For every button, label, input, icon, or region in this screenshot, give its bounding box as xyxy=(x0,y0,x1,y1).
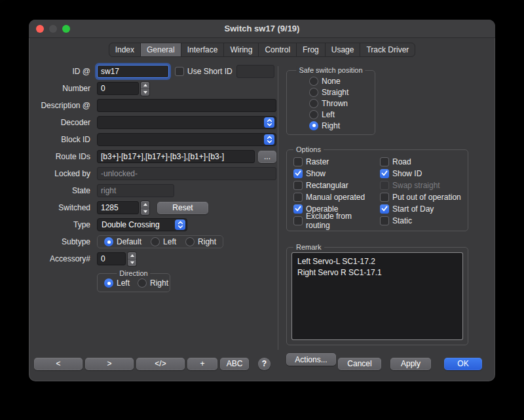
stepper-down-icon[interactable] xyxy=(141,89,149,96)
checkbox-label: Start of Day xyxy=(392,204,434,214)
safe-position-right-radio[interactable]: Right xyxy=(309,121,372,130)
number-stepper[interactable] xyxy=(141,82,149,96)
checkbox-exclude-from-routing[interactable]: Exclude from routing xyxy=(293,216,377,225)
checkbox-label: Manual operated xyxy=(306,193,365,202)
description-label: Description @ xyxy=(33,101,90,110)
state-input xyxy=(97,184,174,197)
route-ids-row: Route IDs ... xyxy=(33,150,276,163)
left-form-column: ID @ Use Short ID Number De xyxy=(33,65,276,353)
id-input[interactable] xyxy=(97,65,169,78)
subtype-left-radio[interactable]: Left xyxy=(151,237,176,246)
type-value: Double Crossing xyxy=(98,220,175,229)
checkbox-static[interactable]: Static xyxy=(380,216,464,225)
state-row: State xyxy=(33,184,276,197)
direction-right-radio[interactable]: Right xyxy=(138,278,168,288)
decoder-label: Decoder xyxy=(33,118,90,127)
tab-general[interactable]: General xyxy=(141,43,181,56)
radio-label: Left xyxy=(163,237,176,246)
block-id-dropdown[interactable] xyxy=(97,133,276,146)
checkbox-icon xyxy=(380,193,389,202)
stepper-down-icon[interactable] xyxy=(128,259,136,266)
cancel-button[interactable]: Cancel xyxy=(338,358,381,370)
help-button[interactable]: ? xyxy=(258,358,271,370)
radio-icon xyxy=(309,77,318,86)
safe-switch-position-groupbox: Safe switch position None Straight Throw… xyxy=(286,70,375,135)
tab-control[interactable]: Control xyxy=(259,43,297,56)
subtype-label: Subtype xyxy=(33,237,90,246)
ok-button[interactable]: OK xyxy=(444,358,482,370)
subtype-right-radio[interactable]: Right xyxy=(185,237,216,246)
checkbox-icon xyxy=(380,181,389,190)
checkbox-icon xyxy=(293,169,303,178)
close-window-button[interactable] xyxy=(36,25,44,33)
tab-index[interactable]: Index xyxy=(109,43,141,56)
checkbox-rectangular[interactable]: Rectangular xyxy=(293,180,377,190)
tab-interface[interactable]: Interface xyxy=(181,43,225,56)
previous-button[interactable]: < xyxy=(34,358,83,370)
tab-wiring[interactable]: Wiring xyxy=(224,43,259,56)
radio-label: Straight xyxy=(322,88,348,97)
zoom-window-button[interactable] xyxy=(62,25,70,33)
stepper-up-icon[interactable] xyxy=(141,201,149,208)
checkbox-icon xyxy=(293,181,303,190)
checkbox-start-of-day[interactable]: Start of Day xyxy=(380,204,464,214)
abc-button[interactable]: ABC xyxy=(220,358,249,370)
stepper-up-icon[interactable] xyxy=(128,252,136,259)
radio-icon xyxy=(138,278,147,288)
accessory-stepper[interactable] xyxy=(128,252,136,266)
switched-stepper[interactable] xyxy=(141,201,149,215)
chevron-up-down-icon[interactable] xyxy=(175,220,185,230)
number-input[interactable] xyxy=(97,82,139,95)
route-ids-browse-button[interactable]: ... xyxy=(258,151,276,163)
next-button[interactable]: > xyxy=(85,358,134,370)
route-ids-input[interactable] xyxy=(97,150,255,163)
radio-label: None xyxy=(322,77,341,86)
safe-position-left-radio[interactable]: Left xyxy=(309,109,372,119)
reset-button[interactable]: Reset xyxy=(157,202,208,214)
safe-position-thrown-radio[interactable]: Thrown xyxy=(309,98,372,108)
safe-position-straight-radio[interactable]: Straight xyxy=(309,87,372,97)
checkbox-label: Exclude from routing xyxy=(306,212,377,230)
apply-button[interactable]: Apply xyxy=(390,358,431,370)
stepper-up-icon[interactable] xyxy=(141,82,149,89)
remark-textarea[interactable]: Left Servo-L SC1-17.2 Right Servo R SC1-… xyxy=(292,253,462,339)
subtype-default-radio[interactable]: Default xyxy=(104,237,141,246)
checkbox-swap-straight: Swap straight xyxy=(380,180,464,190)
tab-usage[interactable]: Usage xyxy=(326,43,361,56)
checkbox-road[interactable]: Road xyxy=(380,157,464,166)
description-input[interactable] xyxy=(97,99,276,112)
switched-input[interactable] xyxy=(97,201,139,214)
tab-frog[interactable]: Frog xyxy=(297,43,326,56)
checkbox-label: Put out of operation xyxy=(392,193,461,202)
tab-bar: Index General Interface Wiring Control F… xyxy=(109,43,416,57)
add-button[interactable]: + xyxy=(187,358,217,370)
remark-groupbox: Remark Left Servo-L SC1-17.2 Right Servo… xyxy=(286,247,468,345)
radio-label: Right xyxy=(322,121,340,130)
radio-label: Thrown xyxy=(322,99,348,108)
checkbox-show-id[interactable]: Show ID xyxy=(380,168,464,178)
direction-left-radio[interactable]: Left xyxy=(104,278,130,288)
chevron-up-down-icon[interactable] xyxy=(264,117,274,128)
use-short-id-checkbox[interactable]: Use Short ID xyxy=(175,67,233,76)
stepper-down-icon[interactable] xyxy=(141,208,149,215)
decoder-dropdown[interactable] xyxy=(97,116,276,129)
checkbox-icon xyxy=(293,204,303,214)
checkbox-manual-operated[interactable]: Manual operated xyxy=(293,192,377,202)
type-dropdown[interactable]: Double Crossing xyxy=(97,218,187,231)
chevron-up-down-icon[interactable] xyxy=(264,134,274,145)
checkbox-label: Static xyxy=(392,216,412,225)
type-label: Type xyxy=(33,220,90,229)
checkbox-show[interactable]: Show xyxy=(293,168,377,178)
tab-track-driver[interactable]: Track Driver xyxy=(360,43,415,56)
xml-code-button[interactable]: </> xyxy=(136,358,185,370)
checkbox-label: Rectangular xyxy=(306,181,348,190)
checkbox-raster[interactable]: Raster xyxy=(293,157,377,166)
locked-by-input xyxy=(97,167,276,180)
window-title: Switch sw17 (9/19) xyxy=(225,24,300,33)
window-controls xyxy=(36,20,70,37)
accessory-input[interactable] xyxy=(97,252,126,265)
safe-position-none-radio[interactable]: None xyxy=(309,76,372,86)
radio-icon xyxy=(185,237,195,246)
short-id-input[interactable] xyxy=(236,65,274,78)
checkbox-put-out-of-operation[interactable]: Put out of operation xyxy=(380,192,464,202)
